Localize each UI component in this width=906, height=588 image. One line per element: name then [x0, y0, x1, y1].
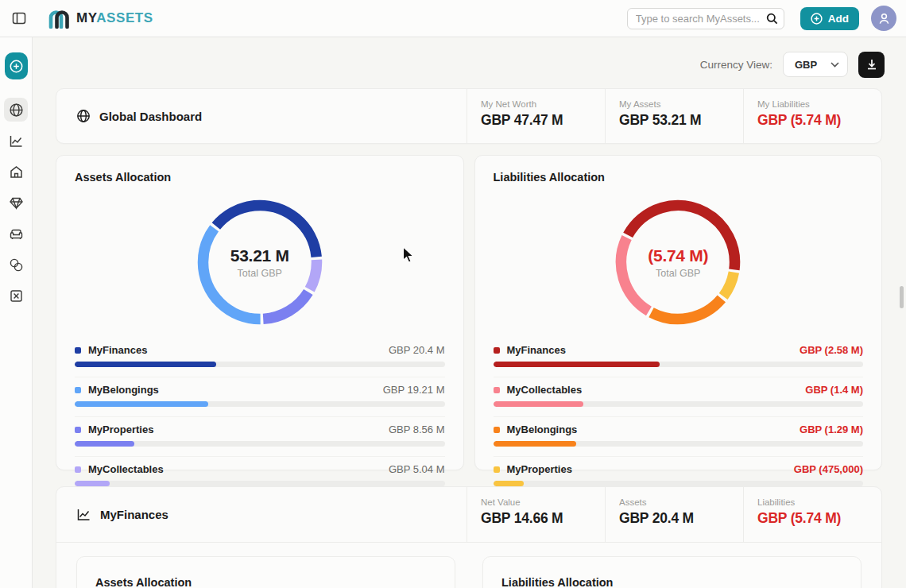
person-icon	[877, 12, 891, 25]
logo-text: MYASSETS	[76, 10, 153, 26]
search-icon[interactable]	[766, 13, 778, 25]
legend-value: GBP (475,000)	[794, 463, 863, 475]
legend-bar-fill	[75, 481, 110, 486]
liabilities-legend: MyFinancesGBP (2.58 M)MyCollectablesGBP …	[494, 338, 864, 496]
legend-value: GBP (1.29 M)	[800, 424, 863, 435]
sidebar-item-mycollectables[interactable]	[4, 191, 28, 215]
legend-bar-fill	[494, 362, 660, 367]
sidebar-item-myfinances[interactable]	[4, 129, 28, 153]
sidebar-item-global-dashboard[interactable]	[4, 98, 28, 122]
legend-color-dot	[494, 427, 500, 433]
stat-label: My Liabilities	[757, 99, 881, 109]
legend-bar-fill	[494, 401, 583, 407]
app-logo: MYASSETS	[47, 8, 153, 29]
stat-net-worth: My Net Worth GBP 47.47 M	[467, 89, 605, 143]
sidebar-item-myproperties[interactable]	[4, 160, 28, 184]
search-input[interactable]	[627, 8, 784, 29]
sidebar-item-liabilities[interactable]	[4, 253, 28, 277]
stat-value: GBP 14.66 M	[481, 510, 605, 527]
stat-value: GBP 47.47 M	[481, 112, 605, 129]
stat-value: GBP 53.21 M	[619, 112, 743, 129]
legend-item-myproperties[interactable]: MyPropertiesGBP 8.56 M	[75, 417, 445, 457]
stat-label: Net Value	[481, 497, 605, 507]
liabilities-donut-chart: (5.74 M) Total GBP	[615, 199, 741, 325]
legend-color-dot	[75, 466, 81, 473]
legend-item-myproperties[interactable]: MyPropertiesGBP (475,000)	[494, 457, 864, 496]
card-title: Assets Allocation	[75, 171, 445, 184]
globe-icon	[9, 103, 24, 118]
currency-view-label: Currency View:	[700, 59, 772, 71]
sidebar-item-mybelongings[interactable]	[4, 222, 28, 246]
card-title: Liabilities Allocation	[494, 171, 864, 184]
legend-color-dot	[75, 427, 81, 433]
home-icon	[9, 164, 24, 180]
stat-value: GBP (5.74 M)	[757, 112, 881, 129]
logo-mark-icon	[47, 8, 71, 29]
legend-item-mybelongings[interactable]: MyBelongingsGBP 19.21 M	[75, 377, 445, 417]
stat-assets: My Assets GBP 53.21 M	[605, 89, 743, 143]
legend-item-mybelongings[interactable]: MyBelongingsGBP (1.29 M)	[494, 417, 864, 457]
assets-allocation-card: Assets Allocation 53.21 M Total GBP MyFi…	[56, 155, 464, 470]
legend-bar-fill	[75, 401, 208, 407]
gem-icon	[9, 195, 24, 211]
currency-select-value: GBP	[795, 59, 817, 71]
vertical-scrollbar-thumb[interactable]	[900, 286, 904, 308]
legend-label: MyFinances	[88, 344, 147, 356]
global-dashboard-title: Global Dashboard	[56, 89, 467, 143]
linked-circles-icon	[9, 257, 24, 273]
legend-label: MyProperties	[507, 463, 572, 475]
sidebar-toggle-icon[interactable]	[11, 10, 27, 26]
add-button-label: Add	[828, 13, 849, 25]
legend-item-myfinances[interactable]: MyFinancesGBP (2.58 M)	[494, 338, 864, 377]
globe-icon	[76, 109, 91, 123]
legend-value: GBP (2.58 M)	[800, 344, 863, 356]
sidebar-add-button[interactable]	[5, 52, 28, 79]
currency-select[interactable]: GBP	[783, 52, 848, 77]
stat-label: Liabilities	[757, 497, 881, 507]
toolbar: Currency View: GBP	[33, 51, 885, 78]
legend-bar-track	[75, 362, 445, 367]
sofa-icon	[9, 226, 24, 242]
legend-bar-fill	[494, 441, 577, 447]
myfinances-body: Assets Allocation Liabilities Allocation	[56, 543, 881, 588]
line-chart-icon	[9, 133, 24, 149]
top-bar: MYASSETS Add	[0, 0, 906, 37]
user-avatar[interactable]	[871, 6, 896, 31]
card-title: Liabilities Allocation	[501, 576, 842, 588]
legend-label: MyBelongings	[507, 424, 578, 435]
legend-bar-track	[494, 481, 864, 486]
global-dashboard-card: Global Dashboard My Net Worth GBP 47.47 …	[56, 88, 882, 144]
global-dashboard-stats: My Net Worth GBP 47.47 M My Assets GBP 5…	[467, 89, 881, 143]
box-x-icon	[9, 288, 24, 304]
legend-item-mycollectables[interactable]: MyCollectablesGBP (1.4 M)	[494, 377, 864, 417]
plus-circle-icon	[811, 13, 823, 25]
legend-label: MyFinances	[507, 344, 566, 356]
legend-item-mycollectables[interactable]: MyCollectablesGBP 5.04 M	[75, 457, 445, 496]
plus-circle-icon	[10, 60, 23, 73]
section-title-text: Global Dashboard	[99, 110, 202, 123]
main-content: Currency View: GBP Global Dashboard My N…	[33, 37, 906, 588]
legend-value: GBP 20.4 M	[389, 344, 445, 356]
legend-item-myfinances[interactable]: MyFinancesGBP 20.4 M	[75, 338, 445, 377]
section-title-text: MyFinances	[100, 508, 168, 521]
legend-label: MyCollectables	[88, 463, 164, 475]
legend-bar-track	[75, 401, 445, 407]
add-button[interactable]: Add	[800, 7, 859, 30]
liabilities-allocation-card: Liabilities Allocation (5.74 M) Total GB…	[474, 155, 883, 470]
legend-bar-track	[75, 481, 445, 486]
legend-color-dot	[75, 347, 81, 354]
legend-bar-fill	[494, 481, 524, 486]
assets-legend: MyFinancesGBP 20.4 MMyBelongingsGBP 19.2…	[75, 338, 445, 496]
stat-label: My Assets	[619, 99, 743, 109]
search-container	[627, 8, 784, 29]
sidebar-item-closed-accounts[interactable]	[4, 284, 28, 308]
stat-liabilities: My Liabilities GBP (5.74 M)	[743, 89, 881, 143]
download-button[interactable]	[858, 52, 885, 78]
legend-value: GBP 8.56 M	[389, 424, 445, 435]
myfinances-liabilities-allocation-card: Liabilities Allocation	[482, 556, 861, 588]
chevron-down-icon	[830, 62, 839, 68]
sidebar	[0, 37, 33, 588]
legend-bar-track	[494, 401, 864, 407]
assets-donut-chart: 53.21 M Total GBP	[197, 199, 323, 325]
allocation-row: Assets Allocation 53.21 M Total GBP MyFi…	[56, 155, 882, 470]
